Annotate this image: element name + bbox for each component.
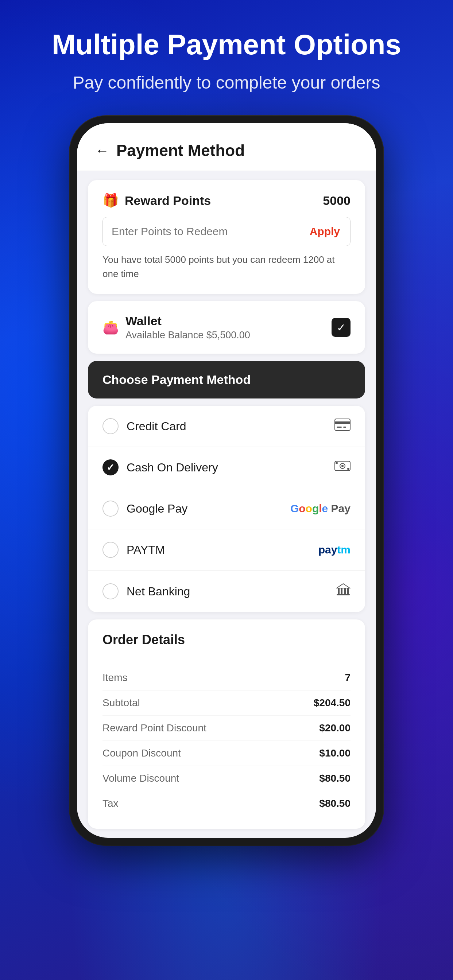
cod-label: Cash On Delivery: [126, 461, 218, 474]
reward-points-card: 🎁 Reward Points 5000 Apply You have tota…: [88, 180, 365, 294]
radio-netbanking[interactable]: [102, 583, 118, 600]
payment-option-left-gpay: Google Pay: [102, 501, 187, 517]
volume-discount-label: Volume Discount: [102, 773, 179, 784]
order-details-card: Order Details Items 7 Subtotal $204.50 R…: [88, 619, 365, 829]
svg-rect-0: [335, 419, 350, 431]
paytm-label: PAYTM: [126, 543, 165, 557]
credit-card-icon: [335, 418, 351, 434]
hero-section: Multiple Payment Options Pay confidently…: [30, 0, 423, 109]
svg-marker-9: [337, 584, 350, 588]
reward-note: You have total 5000 points but you can r…: [102, 253, 351, 281]
wallet-title: Wallet: [126, 314, 250, 328]
page-title: Payment Method: [116, 142, 245, 160]
order-row-subtotal: Subtotal $204.50: [102, 690, 351, 716]
payment-option-gpay[interactable]: Google Pay Google Pay: [88, 488, 365, 530]
svg-point-7: [335, 462, 338, 464]
screen-header: ← Payment Method: [77, 123, 376, 171]
order-row-volume-discount: Volume Discount $80.50: [102, 766, 351, 791]
wallet-card: 👛 Wallet Available Balance $5,500.00 ✓: [88, 301, 365, 354]
payment-method-header: Choose Payment Method: [88, 361, 365, 398]
paytm-icon: paytm: [318, 544, 351, 556]
points-input[interactable]: [103, 217, 300, 246]
order-row-coupon-discount: Coupon Discount $10.00: [102, 741, 351, 766]
reward-points-label: Reward Points: [125, 194, 211, 208]
hero-title: Multiple Payment Options: [52, 29, 401, 60]
radio-paytm[interactable]: [102, 542, 118, 558]
svg-rect-1: [335, 422, 350, 424]
apply-button[interactable]: Apply: [300, 217, 350, 246]
cash-icon: [335, 460, 351, 476]
radio-credit-card[interactable]: [102, 418, 118, 434]
svg-rect-2: [337, 426, 342, 428]
payment-option-left: Credit Card: [102, 418, 187, 434]
svg-point-6: [341, 465, 344, 467]
payment-options-list: Credit Card: [88, 406, 365, 612]
tax-label: Tax: [102, 798, 118, 810]
subtotal-value: $204.50: [314, 697, 351, 709]
wallet-balance: Available Balance $5,500.00: [126, 329, 250, 341]
svg-rect-14: [337, 594, 350, 595]
credit-card-label: Credit Card: [126, 420, 187, 433]
items-value: 7: [345, 672, 351, 684]
payment-option-left-netbanking: Net Banking: [102, 583, 190, 600]
wallet-left: 👛 Wallet Available Balance $5,500.00: [102, 314, 250, 341]
wallet-checkbox[interactable]: ✓: [332, 318, 351, 337]
payment-option-cod[interactable]: Cash On Delivery: [88, 447, 365, 488]
netbanking-label: Net Banking: [126, 585, 190, 598]
payment-option-paytm[interactable]: PAYTM paytm: [88, 530, 365, 571]
subtotal-label: Subtotal: [102, 697, 140, 709]
payment-option-left-paytm: PAYTM: [102, 542, 165, 558]
choose-payment-title: Choose Payment Method: [102, 372, 250, 387]
phone-mockup: ← Payment Method 🎁 Reward Points 5000: [70, 116, 383, 845]
payment-option-credit-card[interactable]: Credit Card: [88, 406, 365, 447]
bank-icon: [336, 583, 351, 600]
reward-header: 🎁 Reward Points 5000: [102, 193, 351, 208]
reward-label-group: 🎁 Reward Points: [102, 193, 211, 208]
phone-frame: ← Payment Method 🎁 Reward Points 5000: [70, 116, 383, 845]
svg-rect-10: [338, 588, 340, 594]
payment-option-netbanking[interactable]: Net Banking: [88, 571, 365, 612]
coupon-discount-value: $10.00: [319, 748, 351, 759]
reward-points-value: 5000: [323, 194, 351, 208]
coupon-discount-label: Coupon Discount: [102, 748, 181, 759]
svg-rect-11: [341, 588, 343, 594]
wallet-info: Wallet Available Balance $5,500.00: [126, 314, 250, 341]
gift-icon: 🎁: [102, 193, 119, 208]
wallet-icon: 👛: [102, 320, 119, 335]
svg-rect-13: [347, 588, 349, 594]
reward-discount-label: Reward Point Discount: [102, 722, 206, 734]
order-details-title: Order Details: [102, 632, 351, 655]
points-input-row: Apply: [102, 217, 351, 246]
svg-point-8: [347, 468, 349, 470]
radio-cod[interactable]: [102, 460, 118, 476]
hero-subtitle: Pay confidently to complete your orders: [52, 72, 401, 94]
order-row-tax: Tax $80.50: [102, 791, 351, 816]
back-button[interactable]: ←: [95, 143, 109, 159]
order-row-reward-discount: Reward Point Discount $20.00: [102, 716, 351, 741]
radio-gpay[interactable]: [102, 501, 118, 517]
items-label: Items: [102, 672, 127, 684]
order-row-items: Items 7: [102, 665, 351, 690]
gpay-icon: Google Pay: [290, 503, 351, 515]
tax-value: $80.50: [319, 798, 351, 810]
svg-rect-12: [344, 588, 346, 594]
payment-option-left-cod: Cash On Delivery: [102, 460, 218, 476]
volume-discount-value: $80.50: [319, 773, 351, 784]
svg-rect-3: [343, 426, 346, 428]
reward-discount-value: $20.00: [319, 722, 351, 734]
phone-screen: ← Payment Method 🎁 Reward Points 5000: [77, 123, 376, 838]
gpay-label: Google Pay: [126, 502, 187, 515]
screen-body: 🎁 Reward Points 5000 Apply You have tota…: [77, 171, 376, 838]
